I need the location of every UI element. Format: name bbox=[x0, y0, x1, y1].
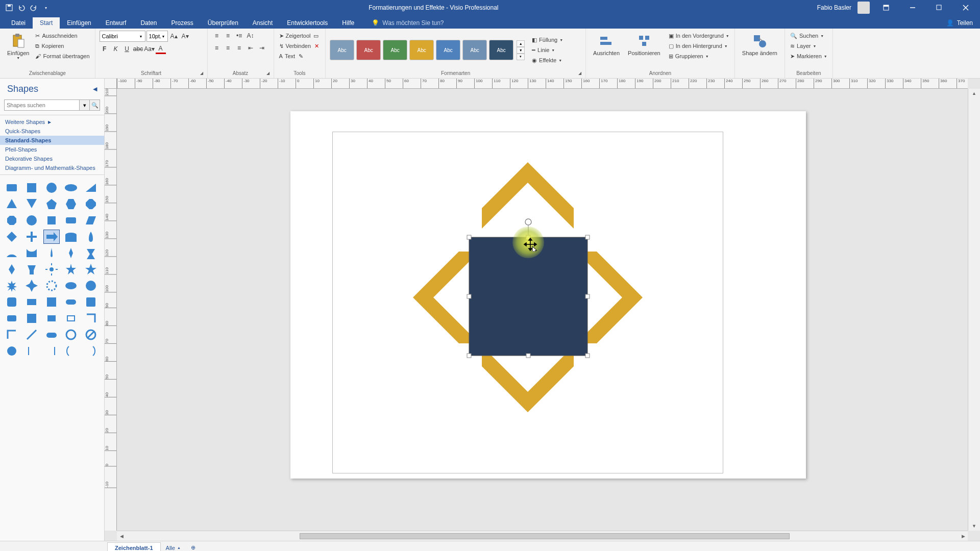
shapes-search-dropdown-icon[interactable]: ▾ bbox=[80, 99, 90, 111]
group-button[interactable]: ⊞Gruppieren▼ bbox=[668, 51, 730, 61]
avatar[interactable] bbox=[857, 2, 870, 14]
maximize-icon[interactable] bbox=[929, 0, 949, 15]
position-button[interactable]: Positionieren bbox=[625, 31, 664, 58]
horizontal-ruler[interactable]: -100-90-80-70-60-50-40-30-20-10010203040… bbox=[117, 79, 968, 89]
shapes-search-go-icon[interactable]: 🔍 bbox=[90, 99, 100, 111]
shape-gallery-item[interactable] bbox=[83, 214, 99, 227]
selection-handle[interactable] bbox=[467, 354, 471, 358]
find-button[interactable]: 🔍Suchen▼ bbox=[789, 31, 828, 41]
strike-button[interactable]: abc bbox=[133, 44, 143, 54]
gallery-up-icon[interactable]: ▲ bbox=[517, 40, 525, 47]
style-swatch-4[interactable]: Abc bbox=[409, 40, 434, 60]
style-swatch-2[interactable]: Abc bbox=[356, 40, 381, 60]
selection-handle[interactable] bbox=[467, 294, 471, 298]
effects-button[interactable]: ◉Effekte▼ bbox=[531, 55, 564, 65]
shape-gallery-item[interactable] bbox=[44, 279, 59, 292]
shape-gallery-item[interactable] bbox=[24, 246, 39, 260]
share-button[interactable]: 👤 Teilen bbox=[939, 17, 980, 29]
bullets-icon[interactable]: •≡ bbox=[234, 31, 244, 41]
shape-gallery-item[interactable] bbox=[44, 263, 59, 276]
align-center-icon[interactable]: ≡ bbox=[223, 43, 233, 53]
rectangle-tool-icon[interactable]: ▭ bbox=[312, 33, 320, 39]
stencil-arrow[interactable]: Pfeil-Shapes bbox=[0, 145, 104, 154]
paragraph-dialog-launcher-icon[interactable]: ◢ bbox=[266, 71, 273, 77]
shape-gallery-item[interactable] bbox=[63, 312, 79, 325]
shape-gallery-item[interactable] bbox=[4, 295, 19, 309]
style-swatch-1[interactable]: Abc bbox=[330, 40, 354, 60]
shape-gallery-item[interactable] bbox=[63, 263, 79, 276]
line-button[interactable]: ━Linie▼ bbox=[531, 45, 564, 55]
scroll-up-icon[interactable]: ▲ bbox=[970, 89, 979, 98]
layer-button[interactable]: ≋Layer▼ bbox=[789, 41, 828, 51]
pointer-tool-button[interactable]: ➤Zeigertool▭ bbox=[278, 31, 322, 41]
shape-gallery-item[interactable] bbox=[44, 312, 59, 325]
change-case-button[interactable]: Aa▾ bbox=[144, 44, 155, 54]
text-direction-icon[interactable]: A↕ bbox=[246, 31, 256, 41]
shape-gallery-item[interactable] bbox=[44, 197, 59, 211]
tab-data[interactable]: Daten bbox=[133, 17, 164, 29]
shape-gallery-item[interactable] bbox=[44, 181, 59, 194]
shapes-search-input[interactable] bbox=[4, 99, 80, 111]
shape-gallery-item[interactable] bbox=[63, 295, 79, 309]
decrease-indent-icon[interactable]: ⇤ bbox=[246, 43, 256, 53]
shape-gallery-item[interactable] bbox=[83, 295, 99, 309]
scroll-right-icon[interactable]: ▶ bbox=[959, 532, 968, 541]
redo-icon[interactable] bbox=[30, 4, 38, 12]
stencil-quick[interactable]: Quick-Shapes bbox=[0, 127, 104, 136]
horizontal-scrollbar[interactable]: ◀ ▶ bbox=[117, 531, 968, 541]
close-x-icon[interactable]: ✕ bbox=[313, 43, 320, 49]
shape-gallery-item[interactable] bbox=[44, 295, 59, 309]
shape-gallery-item[interactable] bbox=[44, 230, 59, 243]
scroll-thumb-h[interactable] bbox=[300, 533, 790, 539]
align-right-icon[interactable]: ≡ bbox=[234, 43, 244, 53]
scroll-down-icon[interactable]: ▼ bbox=[970, 521, 979, 531]
shape-gallery-item[interactable] bbox=[83, 230, 99, 243]
tab-file[interactable]: Datei bbox=[4, 17, 33, 29]
shape-gallery-item[interactable] bbox=[4, 312, 19, 325]
select-button[interactable]: ➤Markieren▼ bbox=[789, 51, 828, 61]
style-gallery[interactable]: Abc Abc Abc Abc Abc Abc Abc ▲ ▼ ▾ bbox=[330, 40, 525, 60]
tab-view[interactable]: Ansicht bbox=[246, 17, 280, 29]
style-swatch-5[interactable]: Abc bbox=[436, 40, 460, 60]
connector-tool-button[interactable]: ↯Verbinden✕ bbox=[278, 41, 322, 51]
shape-gallery-item[interactable] bbox=[63, 181, 79, 194]
shape-gallery-item[interactable] bbox=[4, 181, 19, 194]
scroll-left-icon[interactable]: ◀ bbox=[117, 532, 126, 541]
shape-gallery-item[interactable] bbox=[4, 344, 19, 358]
shape-gallery-item[interactable] bbox=[24, 214, 39, 227]
sheet-tab-1[interactable]: Zeichenblatt-1 bbox=[107, 542, 161, 551]
rotation-handle[interactable] bbox=[525, 219, 531, 225]
shape-gallery-item[interactable] bbox=[63, 328, 79, 341]
tell-me-search[interactable]: 💡 Was möchten Sie tun? bbox=[366, 17, 449, 29]
font-size-combo[interactable]: 10pt.▼ bbox=[146, 31, 168, 42]
shape-gallery-item[interactable] bbox=[63, 197, 79, 211]
tab-design[interactable]: Entwurf bbox=[99, 17, 134, 29]
style-swatch-6[interactable]: Abc bbox=[462, 40, 487, 60]
shape-gallery-item[interactable] bbox=[24, 181, 39, 194]
shape-gallery-item[interactable] bbox=[83, 181, 99, 194]
shape-gallery-item[interactable] bbox=[63, 246, 79, 260]
bring-front-button[interactable]: ▣In den Vordergrund▼ bbox=[668, 31, 730, 41]
font-name-combo[interactable]: Calibri▼ bbox=[100, 31, 145, 42]
shape-gallery-item[interactable] bbox=[24, 295, 39, 309]
selection-handle[interactable] bbox=[585, 235, 590, 239]
shape-gallery-item[interactable] bbox=[44, 328, 59, 341]
stencil-standard[interactable]: Standard-Shapes bbox=[0, 136, 104, 145]
increase-font-icon[interactable]: A▴ bbox=[169, 31, 179, 41]
paste-button[interactable]: Einfügen ▼ bbox=[4, 31, 32, 62]
align-button[interactable]: Ausrichten bbox=[590, 31, 623, 58]
collapse-panel-icon[interactable]: ◀ bbox=[93, 86, 97, 92]
underline-button[interactable]: U bbox=[122, 44, 132, 54]
gallery-more-icon[interactable]: ▾ bbox=[517, 54, 525, 60]
shape-gallery-item[interactable] bbox=[4, 328, 19, 341]
shapes-svg[interactable] bbox=[290, 111, 806, 479]
align-middle-icon[interactable]: ≡ bbox=[223, 31, 233, 41]
shape-gallery-item[interactable] bbox=[24, 344, 39, 358]
shape-gallery-item[interactable] bbox=[24, 328, 39, 341]
style-swatch-3[interactable]: Abc bbox=[383, 40, 407, 60]
selection-handle[interactable] bbox=[585, 354, 590, 358]
selection-handle[interactable] bbox=[526, 354, 530, 358]
shape-gallery-item[interactable] bbox=[63, 279, 79, 292]
style-swatch-7[interactable]: Abc bbox=[489, 40, 513, 60]
decrease-font-icon[interactable]: A▾ bbox=[180, 31, 190, 41]
